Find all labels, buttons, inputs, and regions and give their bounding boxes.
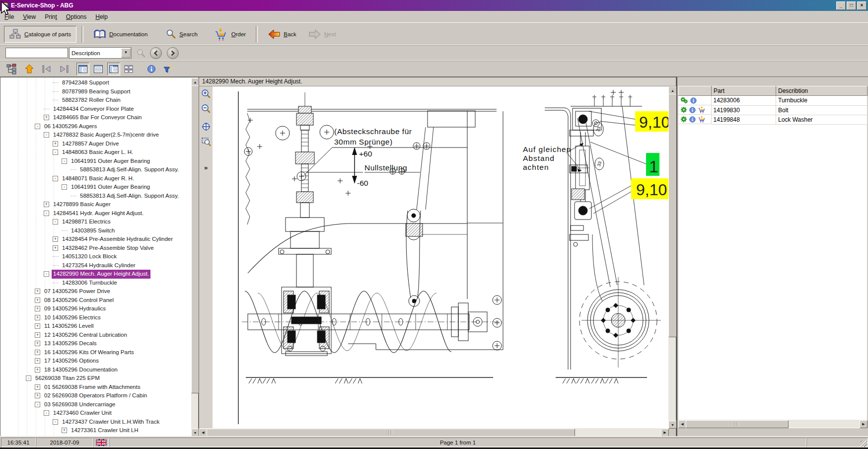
tree-item[interactable]: 58853813 Adj.Self-Align. Support Assy. bbox=[1, 165, 191, 174]
search-go-icon[interactable] bbox=[136, 48, 146, 58]
collapse-icon[interactable]: - bbox=[62, 158, 67, 164]
tree-item[interactable]: -14273437 Crawler Unit L.H.With Track bbox=[1, 418, 191, 427]
search-button[interactable]: Search bbox=[160, 26, 202, 42]
tree-item[interactable]: -14282990 Mech. Auger Height Adjust. bbox=[1, 270, 191, 279]
collapse-icon[interactable]: - bbox=[53, 176, 58, 181]
drawing-vscrollbar-thumb[interactable] bbox=[668, 94, 677, 337]
tree-item[interactable]: -56269038 Titan 225 EPM bbox=[1, 374, 191, 383]
view-tree-button[interactable] bbox=[76, 63, 89, 75]
minimize-button[interactable]: _ bbox=[836, 1, 846, 10]
tree-item-label[interactable]: 14273361 Crawler Unit LH bbox=[70, 426, 140, 435]
info-icon[interactable] bbox=[689, 107, 696, 113]
tree-item[interactable]: 14051320 Lock Block bbox=[1, 252, 191, 261]
part-number[interactable]: 14283006 bbox=[712, 96, 776, 106]
documentation-button[interactable]: Documentation bbox=[88, 26, 152, 42]
tree-item-label[interactable]: 14284541 Hydr. Auger Hight Adjust. bbox=[52, 209, 145, 218]
collapse-icon[interactable]: - bbox=[53, 219, 58, 224]
history-forward-button[interactable] bbox=[167, 47, 179, 59]
part-description[interactable]: Turnbuckle bbox=[776, 96, 868, 106]
tree-item[interactable]: 14273254 Hydraulik Cylinder bbox=[1, 261, 191, 270]
expand-icon[interactable]: + bbox=[35, 350, 40, 355]
more-tools-button[interactable]: » bbox=[199, 164, 213, 171]
parts-hscrollbar-thumb[interactable] bbox=[686, 420, 789, 428]
part-description[interactable]: Lock Washer bbox=[776, 115, 868, 124]
expand-icon[interactable]: + bbox=[35, 323, 40, 329]
tree-item-label[interactable]: 01 56269038 Frame with Attachments bbox=[43, 383, 142, 392]
expand-icon[interactable]: + bbox=[35, 393, 40, 398]
tree-structure-icon[interactable] bbox=[6, 64, 17, 75]
tree-item[interactable]: -14284541 Hydr. Auger Hight Adjust. bbox=[1, 209, 191, 218]
tree-item[interactable]: -10641991 Outer Auger Bearing bbox=[1, 157, 191, 166]
zoom-fit-icon[interactable] bbox=[201, 121, 212, 132]
tree-item-label[interactable]: 14282990 Mech. Auger Height Adjust. bbox=[52, 270, 150, 279]
tree-item[interactable]: -14273460 Crawler Unit bbox=[1, 409, 191, 418]
menu-help[interactable]: Help bbox=[91, 12, 112, 22]
expand-icon[interactable]: + bbox=[62, 428, 67, 433]
tree-item[interactable]: +02 56269038 Operators Platform / Cabin bbox=[1, 391, 191, 400]
maximize-button[interactable]: □ bbox=[847, 1, 856, 10]
zoom-in-icon[interactable] bbox=[201, 88, 212, 99]
collapse-icon[interactable]: - bbox=[53, 150, 58, 155]
gear-icon[interactable] bbox=[680, 116, 687, 123]
gears-icon[interactable] bbox=[680, 97, 688, 104]
tree-item[interactable]: -10641991 Outer Auger Bearing bbox=[1, 183, 191, 192]
scroll-down-icon[interactable]: ▼ bbox=[668, 421, 677, 429]
tree-item[interactable]: +14328462 Pre-Assemble Stop Valve bbox=[1, 244, 191, 253]
part-number[interactable]: 14199848 bbox=[712, 115, 776, 124]
drawing-canvas[interactable]: (Absteckschraube für 30mm Sprünge) +60 N… bbox=[213, 86, 669, 428]
tree-item-label[interactable]: 10641991 Outer Auger Bearing bbox=[70, 157, 151, 166]
scroll-up-icon[interactable]: ▲ bbox=[191, 78, 199, 86]
tree-item[interactable]: +14273361 Crawler Unit LH bbox=[1, 426, 191, 435]
tree-item-label[interactable]: 58853813 Adj.Self-Align. Support Assy. bbox=[78, 165, 180, 174]
status-language[interactable] bbox=[93, 438, 109, 447]
tree-item[interactable]: 14303895 Switch bbox=[1, 226, 191, 235]
expand-icon[interactable]: + bbox=[44, 115, 49, 120]
zoom-area-icon[interactable] bbox=[201, 136, 212, 147]
tree-item-label[interactable]: 06 14305296 Augers bbox=[43, 122, 98, 131]
scroll-down-icon[interactable]: ▼ bbox=[191, 429, 199, 437]
collapse-icon[interactable]: - bbox=[35, 402, 40, 407]
scroll-up-icon[interactable]: ▲ bbox=[668, 86, 677, 94]
search-input[interactable] bbox=[6, 48, 68, 58]
menu-options[interactable]: Options bbox=[62, 12, 91, 22]
tree-item[interactable]: +13 14305296 Decals bbox=[1, 339, 191, 348]
expand-icon[interactable]: + bbox=[35, 384, 40, 390]
collapse-icon[interactable]: - bbox=[62, 184, 67, 190]
tree-item-label[interactable]: 87942348 Support bbox=[61, 78, 111, 87]
tree-item[interactable]: 80787989 Bearing Support bbox=[1, 87, 191, 96]
collapse-icon[interactable]: - bbox=[44, 211, 49, 216]
collapse-icon[interactable]: - bbox=[44, 410, 49, 416]
scroll-right-icon[interactable]: ▶ bbox=[661, 429, 669, 437]
table-row[interactable]: 14283006Turnbuckle bbox=[679, 96, 868, 106]
tree-item-label[interactable]: 14283006 Turnbuckle bbox=[61, 279, 119, 288]
next-item-icon[interactable] bbox=[59, 64, 70, 75]
tree-item[interactable]: +07 14305296 Power Drive bbox=[1, 287, 191, 296]
tree-item[interactable]: -06 14305296 Augers bbox=[1, 122, 191, 131]
menu-view[interactable]: View bbox=[18, 12, 40, 22]
scroll-left-icon[interactable]: ◀ bbox=[678, 420, 686, 428]
info-icon[interactable] bbox=[689, 116, 696, 123]
tree-item[interactable]: -14278832 Basic Auger(2.5-7m)centr drive bbox=[1, 131, 191, 140]
tree-item[interactable]: -03 56269038 Undercarriage bbox=[1, 400, 191, 409]
tree-item-label[interactable]: 14848071 Basic Auger R. H. bbox=[61, 174, 136, 183]
view-list-button[interactable] bbox=[92, 63, 104, 75]
tree-item[interactable]: 14283006 Turnbuckle bbox=[1, 279, 191, 288]
chevron-down-icon[interactable]: ▼ bbox=[121, 48, 131, 58]
drawing-hscrollbar-thumb[interactable] bbox=[207, 429, 575, 437]
expand-icon[interactable]: + bbox=[53, 236, 58, 242]
tree-item-label[interactable]: 10641991 Outer Auger Bearing bbox=[70, 183, 151, 192]
tree-item-label[interactable]: 09 14305296 Hydraulics bbox=[43, 304, 107, 313]
tree-item[interactable]: +18 14305296 Documentation bbox=[1, 366, 191, 374]
tree-item[interactable]: 58823782 Roller Chain bbox=[1, 96, 191, 105]
tree-item[interactable]: 58853813 Adj.Self-Align. Support Assy. bbox=[1, 192, 191, 201]
tree-item-label[interactable]: 14848063 Basic Auger L. H. bbox=[61, 148, 135, 157]
cart-icon[interactable] bbox=[698, 106, 706, 113]
tree-scrollbar[interactable]: ▲ ▼ bbox=[191, 78, 198, 436]
tree-item-label[interactable]: 56269038 Titan 225 EPM bbox=[34, 374, 101, 383]
close-button[interactable]: × bbox=[857, 1, 867, 10]
tree-item-label[interactable]: 03 56269038 Undercarriage bbox=[43, 400, 117, 409]
order-button[interactable]: Order bbox=[209, 25, 251, 43]
back-button[interactable]: Back bbox=[263, 26, 301, 42]
parts-hscrollbar[interactable]: ◀ ▶ bbox=[678, 420, 867, 428]
catalogue-button[interactable]: Catalogue of parts bbox=[4, 26, 76, 43]
